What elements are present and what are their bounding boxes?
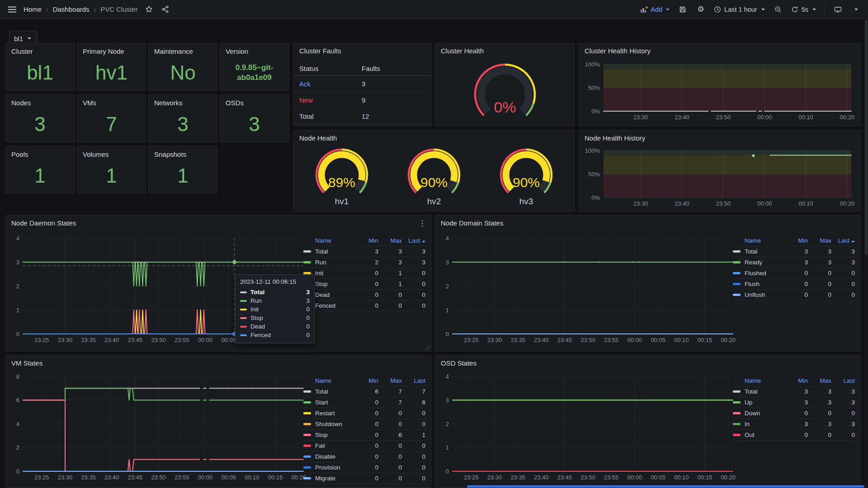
legend-row-in[interactable]: In333 bbox=[733, 419, 855, 430]
share-button[interactable] bbox=[160, 5, 170, 14]
horizontal-scrollbar-thumb[interactable] bbox=[467, 485, 864, 488]
faults-row-ack[interactable]: Ack3 bbox=[294, 76, 431, 92]
tooltip-series-value: 0 bbox=[306, 306, 310, 313]
legend-row-stop[interactable]: Stop061 bbox=[303, 430, 425, 441]
legend-row-restart[interactable]: Restart000 bbox=[303, 408, 425, 419]
legend-value: 0 bbox=[355, 464, 378, 471]
legend-row-total[interactable]: Total333 bbox=[733, 246, 855, 257]
faults-row-total[interactable]: Total12 bbox=[294, 108, 431, 125]
stat-panel-pools: Pools 1 bbox=[5, 146, 75, 194]
legend-row-out[interactable]: Out000 bbox=[733, 430, 855, 441]
node-health-history-chart[interactable]: 0%50%100%23:3023:4023:5000:0000:1000:20 bbox=[583, 145, 858, 209]
panel-title: VM States bbox=[6, 356, 431, 371]
fault-count: 12 bbox=[362, 113, 425, 120]
refresh-interval-label: 5s bbox=[802, 6, 808, 13]
panel-title: Snapshots bbox=[149, 146, 217, 158]
legend-value: 0 bbox=[784, 281, 808, 287]
legend-value: 3 bbox=[784, 399, 808, 406]
legend-row-up[interactable]: Up333 bbox=[733, 397, 855, 408]
faults-table-header[interactable]: Status Faults bbox=[294, 61, 431, 76]
legend-row-ready[interactable]: Ready333 bbox=[733, 257, 855, 268]
favorite-star-button[interactable] bbox=[144, 5, 154, 14]
legend-value: 0 bbox=[378, 421, 402, 427]
faults-row-new[interactable]: New9 bbox=[294, 92, 431, 108]
cluster-health-history-chart[interactable]: 0%50%100%23:3023:4023:5000:0000:1000:20 bbox=[583, 59, 858, 123]
vertical-scrollbar-thumb[interactable] bbox=[865, 20, 868, 255]
x-axis-tick-label: 23:45 bbox=[557, 337, 572, 343]
nav-collapse-button[interactable] bbox=[851, 5, 861, 14]
dashboard-settings-button[interactable]: ⚙ bbox=[696, 5, 706, 14]
legend-header[interactable]: NameMinMaxLast bbox=[303, 235, 425, 246]
column-header-faults[interactable]: Faults bbox=[362, 65, 425, 72]
x-axis-tick-label: 23:30 bbox=[58, 474, 73, 481]
legend-row-unflush[interactable]: Unflush000 bbox=[733, 290, 855, 300]
x-axis-tick-label: 23:40 bbox=[675, 200, 689, 207]
legend-row-fail[interactable]: Fail000 bbox=[303, 441, 425, 451]
hamburger-menu-button[interactable] bbox=[7, 5, 17, 14]
legend-value: 0 bbox=[831, 410, 855, 417]
legend-row-init[interactable]: Init010 bbox=[303, 268, 425, 279]
vertical-scrollbar[interactable] bbox=[864, 19, 868, 488]
legend-row-stop[interactable]: Stop010 bbox=[303, 279, 425, 290]
legend-row-total[interactable]: Total677 bbox=[303, 386, 425, 397]
legend-row-run[interactable]: Run233 bbox=[303, 257, 425, 268]
x-axis-tick-label: 00:10 bbox=[674, 337, 689, 343]
legend-row-total[interactable]: Total333 bbox=[733, 386, 855, 397]
legend-row-disable[interactable]: Disable000 bbox=[303, 451, 425, 462]
fault-count: 3 bbox=[362, 80, 425, 88]
legend-row-dead[interactable]: Dead000 bbox=[303, 290, 425, 300]
legend-row-flush[interactable]: Flush000 bbox=[733, 279, 855, 290]
tv-mode-button[interactable] bbox=[833, 5, 843, 14]
tooltip-series-value: 0 bbox=[306, 314, 310, 321]
stat-panel-volumes: Volumes 1 bbox=[77, 146, 146, 194]
series-color-chip bbox=[733, 272, 741, 274]
y-axis-tick-label: 2 bbox=[16, 283, 19, 290]
breadcrumb-dashboards[interactable]: Dashboards bbox=[53, 5, 90, 13]
save-icon bbox=[679, 6, 686, 13]
legend-row-flushed[interactable]: Flushed000 bbox=[733, 268, 855, 279]
legend-row-total[interactable]: Total333 bbox=[303, 246, 425, 257]
x-axis-tick-label: 23:40 bbox=[104, 337, 119, 343]
refresh-controls[interactable]: 5s bbox=[791, 6, 816, 13]
node-daemon-states-legend: NameMinMaxLastTotal333Run233Init010Stop0… bbox=[303, 235, 425, 311]
legend-value: 3 bbox=[808, 388, 831, 395]
legend-row-start[interactable]: Start076 bbox=[303, 397, 425, 408]
legend-row-fenced[interactable]: Fenced000 bbox=[303, 300, 425, 311]
breadcrumb-home[interactable]: Home bbox=[24, 5, 42, 13]
legend-row-migrate[interactable]: Migrate000 bbox=[303, 473, 425, 484]
add-button[interactable]: Add bbox=[640, 6, 670, 13]
osd-states-chart[interactable]: 0123423:2523:3023:3523:4023:4523:5023:55… bbox=[440, 372, 736, 485]
vm-states-chart[interactable]: 0246823:2523:3023:3523:4023:4523:5023:55… bbox=[10, 372, 307, 485]
legend-header[interactable]: NameMinMaxLast bbox=[733, 375, 855, 386]
legend-header[interactable]: NameMinMaxLast bbox=[733, 235, 855, 246]
time-range-picker[interactable]: Last 1 hour bbox=[714, 6, 765, 13]
panel-title: VMs bbox=[77, 95, 146, 107]
y-axis-tick-label: 0 bbox=[16, 331, 19, 338]
x-axis-tick-label: 23:40 bbox=[104, 474, 119, 481]
legend-row-shutdown[interactable]: Shutdown000 bbox=[303, 419, 425, 430]
column-header-status[interactable]: Status bbox=[299, 65, 362, 72]
panel-menu-button[interactable]: ⋮ bbox=[417, 218, 427, 228]
panel-resize-handle[interactable] bbox=[425, 345, 430, 350]
legend-row-provision[interactable]: Provision000 bbox=[303, 462, 425, 473]
y-axis-tick-label: 1 bbox=[16, 307, 19, 314]
gauge-svg: 89% bbox=[303, 146, 380, 197]
hamburger-icon bbox=[8, 6, 16, 13]
node-domain-states-chart[interactable]: 0123423:2523:3023:3523:4023:4523:5023:55… bbox=[440, 234, 736, 347]
legend-value: 0 bbox=[378, 410, 402, 417]
x-axis-tick-label: 23:30 bbox=[58, 337, 73, 343]
save-dashboard-button[interactable] bbox=[678, 5, 688, 14]
legend-value: 2 bbox=[355, 259, 378, 266]
panel-cluster-health-history: Cluster Health History 0%50%100%23:3023:… bbox=[579, 43, 861, 126]
legend-value: 3 bbox=[784, 388, 808, 395]
legend-value: 0 bbox=[355, 270, 378, 277]
x-axis-tick-label: 23:40 bbox=[534, 337, 549, 343]
legend-value: 3 bbox=[378, 248, 402, 255]
legend-header[interactable]: NameMinMaxLast bbox=[303, 375, 425, 386]
zoom-out-button[interactable] bbox=[773, 5, 783, 14]
legend-value: 3 bbox=[831, 259, 855, 266]
top-nav: Home › Dashboards › PVC Cluster Add ⚙ La… bbox=[0, 0, 868, 19]
legend-row-down[interactable]: Down000 bbox=[733, 408, 855, 419]
panel-node-domain-states: Node Domain States 0123423:2523:3023:352… bbox=[435, 215, 861, 352]
x-axis-tick-label: 23:25 bbox=[464, 474, 479, 481]
